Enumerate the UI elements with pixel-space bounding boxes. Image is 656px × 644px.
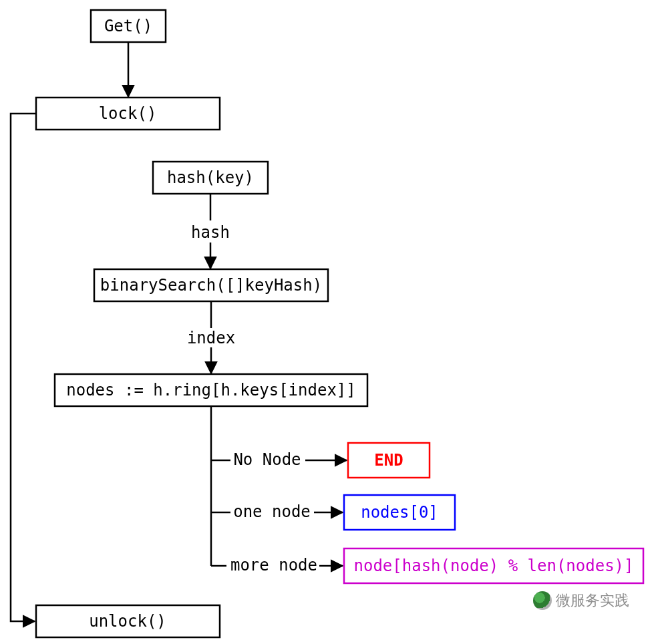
node-unlock-label: unlock() — [89, 612, 166, 631]
edge-index-label: index — [187, 329, 235, 347]
node-more: node[hash(node) % len(nodes)] — [344, 548, 643, 583]
node-assign-label: nodes := h.ring[h.keys[index]] — [66, 381, 355, 399]
node-one: nodes[0] — [344, 495, 455, 530]
edge-branch-no-node: No Node — [211, 450, 347, 469]
edge-more-node-label: more node — [230, 556, 317, 575]
node-get: Get() — [91, 10, 166, 42]
edge-hash-label: hash — [191, 223, 230, 242]
watermark: 微服务实践 — [533, 591, 629, 611]
wechat-icon — [533, 591, 552, 610]
edge-branch-more-node: more node — [211, 556, 343, 575]
node-hashkey: hash(key) — [153, 162, 268, 194]
edge-bsearch-to-assign: index — [187, 301, 235, 373]
node-get-label: Get() — [104, 17, 152, 35]
node-bsearch: binarySearch([]keyHash) — [94, 269, 328, 301]
node-lock: lock() — [36, 98, 220, 130]
node-one-label: nodes[0] — [361, 503, 438, 522]
node-more-label: node[hash(node) % len(nodes)] — [353, 556, 633, 575]
flowchart: Get() lock() hash(key) hash binarySearch… — [0, 0, 656, 644]
node-end-label: END — [374, 451, 403, 470]
node-hashkey-label: hash(key) — [167, 168, 254, 187]
node-assign: nodes := h.ring[h.keys[index]] — [55, 374, 367, 406]
node-bsearch-label: binarySearch([]keyHash) — [100, 276, 322, 295]
node-lock-label: lock() — [99, 104, 157, 123]
edge-branch-one-node: one node — [211, 502, 343, 521]
watermark-text: 微服务实践 — [556, 591, 629, 611]
edge-one-node-label: one node — [233, 502, 311, 521]
edge-hash-to-bsearch: hash — [191, 194, 230, 269]
edge-no-node-label: No Node — [233, 450, 301, 469]
node-end: END — [348, 443, 430, 478]
edge-lock-to-unlock — [11, 114, 36, 621]
node-unlock: unlock() — [36, 605, 220, 637]
